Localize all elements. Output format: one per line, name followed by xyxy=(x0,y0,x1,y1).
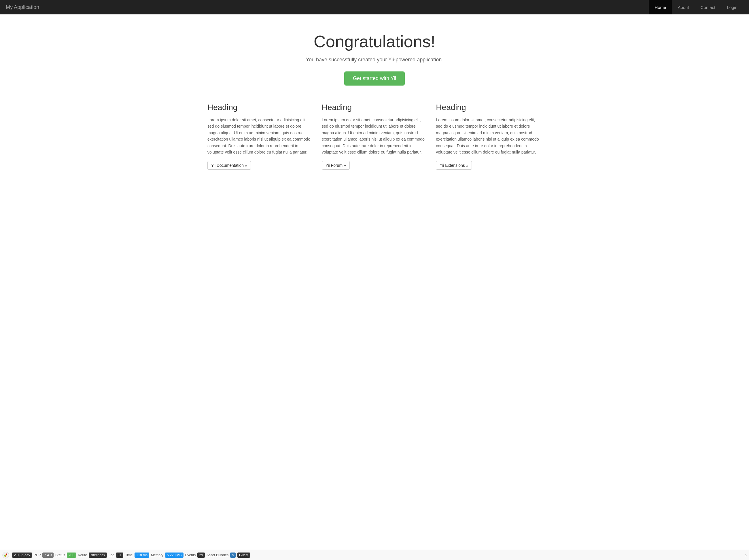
nav-link-contact[interactable]: Contact xyxy=(695,0,721,15)
status-label: Status xyxy=(55,553,65,557)
nav-item-contact: Contact xyxy=(695,0,721,15)
yii-logo-icon xyxy=(2,552,9,559)
debug-arrow-icon[interactable]: › xyxy=(745,553,747,558)
nav-link-about[interactable]: About xyxy=(672,0,694,15)
asset-bundles-label: Asset Bundles xyxy=(207,553,229,557)
column-1-body: Lorem ipsum dolor sit amet, consectetur … xyxy=(208,117,313,155)
memory-badge[interactable]: 5.220 MB xyxy=(165,553,183,558)
columns-section: Heading Lorem ipsum dolor sit amet, cons… xyxy=(202,103,547,170)
main-content: Congratulations! You have successfully c… xyxy=(0,15,749,550)
guest-badge[interactable]: Guest xyxy=(237,553,250,558)
column-1-heading: Heading xyxy=(208,103,313,112)
column-3: Heading Lorem ipsum dolor sit amet, cons… xyxy=(436,103,541,170)
memory-label: Memory xyxy=(151,553,163,557)
yii-forum-button[interactable]: Yii Forum » xyxy=(322,161,350,170)
route-label: Route xyxy=(78,553,87,557)
nav-links: Home About Contact Login xyxy=(649,0,743,15)
time-label: Time xyxy=(125,553,132,557)
column-3-heading: Heading xyxy=(436,103,541,112)
php-version-badge[interactable]: 7.4.3 xyxy=(42,553,53,558)
route-badge[interactable]: site/index xyxy=(89,553,107,558)
navbar-brand[interactable]: My Application xyxy=(6,4,39,10)
nav-link-home[interactable]: Home xyxy=(649,0,672,15)
hero-heading: Congratulations! xyxy=(306,32,443,51)
hero-section: Congratulations! You have successfully c… xyxy=(306,32,443,86)
php-label: PHP xyxy=(34,553,41,557)
column-2-heading: Heading xyxy=(322,103,428,112)
nav-item-about: About xyxy=(672,0,694,15)
hero-subtext: You have successfully created your Yii-p… xyxy=(306,57,443,63)
navbar: My Application Home About Contact Login xyxy=(0,0,749,15)
column-3-body: Lorem ipsum dolor sit amet, consectetur … xyxy=(436,117,541,155)
events-label: Events xyxy=(185,553,196,557)
time-badge[interactable]: 118 ms xyxy=(134,553,149,558)
nav-item-login: Login xyxy=(721,0,743,15)
yii-documentation-button[interactable]: Yii Documentation » xyxy=(208,161,251,170)
nav-item-home: Home xyxy=(649,0,672,15)
get-started-button[interactable]: Get started with Yii xyxy=(344,71,405,86)
nav-link-login[interactable]: Login xyxy=(721,0,743,15)
log-label: Log xyxy=(109,553,114,557)
column-2-body: Lorem ipsum dolor sit amet, consectetur … xyxy=(322,117,428,155)
events-badge[interactable]: 29 xyxy=(197,553,205,558)
column-2: Heading Lorem ipsum dolor sit amet, cons… xyxy=(322,103,428,170)
debug-bar: 2.0.36-dev PHP 7.4.3 Status 200 Route si… xyxy=(0,550,749,560)
asset-bundles-badge[interactable]: 5 xyxy=(230,553,236,558)
version-badge[interactable]: 2.0.36-dev xyxy=(12,553,32,558)
yii-extensions-button[interactable]: Yii Extensions » xyxy=(436,161,472,170)
status-badge[interactable]: 200 xyxy=(67,553,76,558)
log-badge[interactable]: 11 xyxy=(116,553,123,558)
column-1: Heading Lorem ipsum dolor sit amet, cons… xyxy=(208,103,313,170)
